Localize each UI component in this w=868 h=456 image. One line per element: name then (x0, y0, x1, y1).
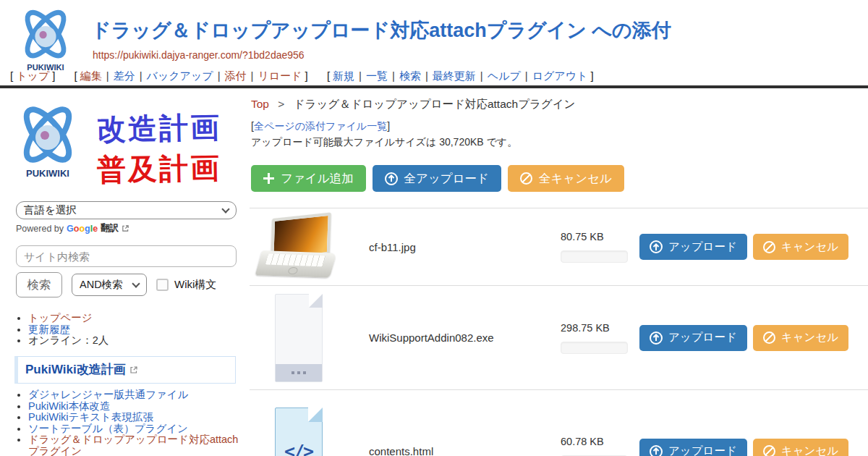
atom-icon: PUKIWIKI (9, 100, 87, 181)
attachment-list-line: [全ページの添付ファイル一覧] (251, 120, 390, 133)
breadcrumb-current: ドラッグ＆ドロップアップロード対応attachプラグイン (294, 98, 576, 110)
wiki-syntax-option: Wiki構文 (156, 278, 216, 292)
upload-all-button[interactable]: 全アップロード (373, 165, 501, 192)
cancel-button[interactable]: キャンセル (753, 234, 848, 260)
breadcrumb: Top > ドラッグ＆ドロップアップロード対応attachプラグイン (251, 97, 575, 112)
file-name: cf-b11.jpg (347, 241, 553, 253)
file-size-cell: 298.75 KB (553, 322, 639, 354)
page-url[interactable]: https://pukiwiki.dajya-ranger.com/?1bd2d… (93, 49, 305, 61)
section-heading-text: PukiWiki改造計画 (25, 361, 126, 378)
atom-icon: PUKIWIKI (12, 4, 80, 74)
file-actions: アップロード キャンセル (639, 325, 848, 351)
sidebar-link-dnd-attach[interactable]: ドラッグ＆ドロップアップロード対応attachプラグイン (28, 434, 238, 456)
laptop-trackpad (287, 267, 299, 274)
sidebar-link-history[interactable]: 更新履歴 (28, 324, 70, 335)
cancel-button[interactable]: キャンセル (753, 439, 848, 456)
nav-item-new[interactable]: 新規 (333, 69, 354, 82)
wiki-syntax-checkbox[interactable] (156, 279, 169, 291)
file-row: cf-b11.jpg 80.75 KB アップロード キャンセル (250, 208, 868, 286)
ban-icon (763, 241, 775, 253)
list-item: PukiWiki本体改造 (28, 401, 239, 413)
nav-item-top[interactable]: トップ (16, 69, 49, 82)
upload-circle-icon (650, 332, 663, 345)
top-navigation: [トップ] [編集|差分|バックアップ|添付|リロード] [新規|一覧|検索|最… (7, 69, 607, 83)
chevron-down-icon (221, 205, 229, 213)
laptop-photo-thumbnail (258, 216, 339, 278)
all-attachments-link[interactable]: 全ページの添付ファイル一覧 (254, 120, 387, 132)
upload-toolbar: ファイル追加 全アップロード 全キャンセル (251, 165, 624, 192)
upload-button[interactable]: アップロード (639, 325, 747, 351)
google-logo: Google (67, 224, 98, 234)
file-icon-band (276, 364, 322, 381)
language-select-value: 言語を選択 (24, 203, 77, 217)
sidebar-link-core-mod[interactable]: PukiWiki本体改造 (28, 400, 111, 412)
ban-icon (763, 445, 775, 456)
nav-item-list[interactable]: 一覧 (366, 69, 388, 82)
file-thumbnail-cell (250, 216, 347, 278)
cancel-all-button[interactable]: 全キャンセル (508, 165, 624, 192)
nav-item-edit[interactable]: 編集 (80, 69, 102, 82)
external-link-icon (129, 366, 138, 374)
upload-progress-bar (561, 342, 628, 354)
logo-brand-text: PUKIWIKI (26, 168, 69, 179)
ban-icon (763, 332, 775, 344)
page-title: ドラッグ＆ドロップアップロード対応attachプラグイン への添付 (91, 17, 671, 43)
nav-group-page: [編集|差分|バックアップ|添付|リロード] (72, 69, 311, 82)
google-translate-credit: Powered by Google 翻訳 (16, 222, 129, 235)
translate-link[interactable]: 翻訳 (101, 222, 119, 235)
nav-item-diff[interactable]: 差分 (114, 69, 135, 82)
nav-item-attach[interactable]: 添付 (225, 69, 247, 82)
site-search-input[interactable] (16, 245, 237, 267)
list-item: オンライン：2人 (28, 335, 239, 347)
upload-circle-icon (650, 240, 663, 253)
sidebar-link-sorttable[interactable]: ソートテーブル（表）プラグイン (28, 423, 188, 434)
search-button[interactable]: 検索 (16, 272, 62, 297)
sidebar-banner[interactable]: PUKIWIKI 改造計画 普及計画 (9, 98, 247, 193)
file-size-cell: 60.78 KB (553, 436, 639, 456)
nav-group-home: [トップ] (7, 69, 58, 82)
laptop-keyboard (265, 254, 326, 267)
nav-item-search[interactable]: 検索 (399, 69, 421, 82)
file-name: contents.html (347, 445, 553, 456)
nav-group-site: [新規|一覧|検索|最終更新|ヘルプ|ログアウト] (324, 69, 597, 82)
laptop-base (255, 250, 336, 278)
sidebar-section-heading[interactable]: PukiWiki改造計画 (14, 356, 236, 384)
upload-button[interactable]: アップロード (639, 234, 747, 260)
file-row: </> contents.html 60.78 KB アップロード キャンセル (250, 390, 868, 456)
file-size-cell: 80.75 KB (553, 231, 639, 263)
wiki-syntax-label: Wiki構文 (174, 278, 216, 292)
sidebar-link-common-files[interactable]: ダジャレンジャー版共通ファイル (28, 389, 188, 400)
sidebar-link-toppage[interactable]: トップページ (28, 312, 93, 324)
powered-by-label: Powered by (16, 224, 64, 234)
nav-item-recent[interactable]: 最終更新 (433, 69, 476, 82)
search-controls: 検索 AND検索 Wiki構文 (16, 272, 216, 297)
banner-line-kaizo: 改造計画 (97, 108, 222, 150)
cancel-button[interactable]: キャンセル (753, 325, 848, 351)
file-row: WikiSupportAddin082.exe 298.75 KB アップロード… (250, 286, 868, 390)
nav-item-help[interactable]: ヘルプ (488, 69, 521, 82)
plus-icon (263, 173, 274, 184)
list-item: 更新履歴 (28, 324, 239, 336)
list-item: PukiWikiテキスト表現拡張 (28, 412, 239, 423)
upload-button[interactable]: アップロード (639, 439, 747, 456)
nav-item-backup[interactable]: バックアップ (147, 69, 213, 82)
file-size: 298.75 KB (561, 322, 639, 334)
add-file-button[interactable]: ファイル追加 (251, 165, 366, 192)
sidebar-link-text-ext[interactable]: PukiWikiテキスト表現拡張 (28, 411, 153, 423)
upload-progress-bar (561, 250, 628, 263)
file-actions: アップロード キャンセル (639, 234, 848, 260)
nav-item-logout[interactable]: ログアウト (532, 69, 588, 82)
language-select[interactable]: 言語を選択 (16, 201, 237, 219)
code-file-icon: </> (275, 408, 323, 456)
pukiwiki-logo[interactable]: PUKIWIKI (12, 4, 80, 74)
file-thumbnail-cell: </> (250, 408, 347, 456)
file-size: 80.75 KB (561, 231, 639, 242)
nav-item-reload[interactable]: リロード (258, 69, 302, 82)
header-divider (0, 85, 868, 88)
search-mode-select[interactable]: AND検索 (72, 274, 147, 296)
file-thumbnail-cell (250, 294, 347, 382)
breadcrumb-home-link[interactable]: Top (251, 98, 269, 110)
list-item: ダジャレンジャー版共通ファイル (28, 389, 239, 401)
sidebar-top-links: トップページ 更新履歴 オンライン：2人 (16, 313, 239, 347)
generic-file-icon (275, 294, 323, 382)
